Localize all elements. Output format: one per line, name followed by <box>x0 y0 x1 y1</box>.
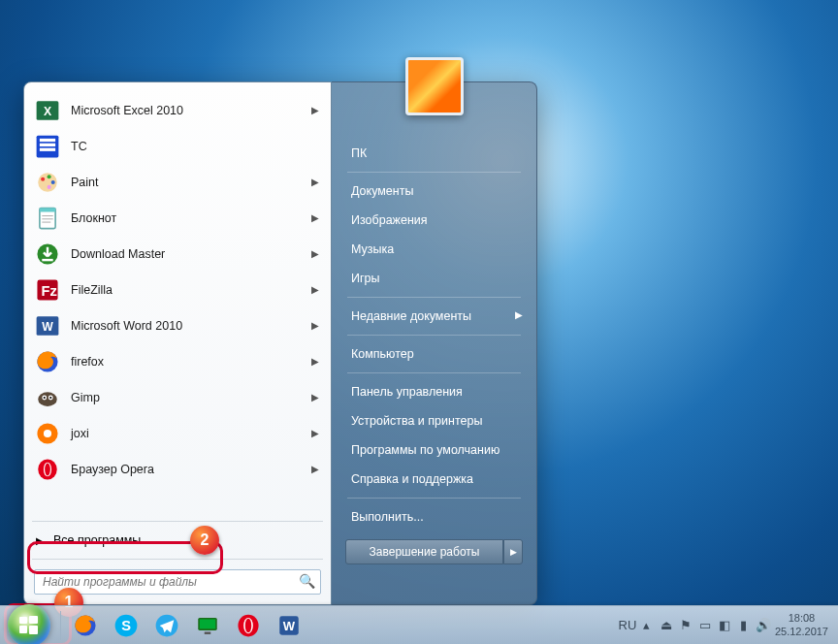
submenu-arrow-icon: ▶ <box>311 105 319 115</box>
shutdown-options-button[interactable]: ▶ <box>503 539 523 564</box>
tray-network-icon[interactable]: ▮ <box>736 618 752 633</box>
program-label: Download Master <box>71 247 165 261</box>
submenu-arrow-icon: ▶ <box>311 248 319 259</box>
taskbar-app-firefox[interactable] <box>66 606 105 645</box>
shutdown-button-group: Завершение работы ▶ <box>345 539 523 564</box>
svg-rect-3 <box>40 138 55 141</box>
program-label: Gimp <box>71 391 100 404</box>
separator <box>347 372 521 373</box>
start-menu-right-pane: ПКДокументыИзображенияМузыкаИгрыНедавние… <box>332 81 537 605</box>
submenu-arrow-icon: ▶ <box>515 309 523 320</box>
clock[interactable]: 18:08 25.12.2017 <box>775 612 828 637</box>
tray-chevron-icon[interactable]: ▴ <box>639 618 655 633</box>
svg-text:X: X <box>44 104 52 117</box>
start-menu-left-pane: XMicrosoft Excel 2010▶TCPaint▶Блокнот▶Do… <box>23 81 332 605</box>
taskbar-app-opera[interactable] <box>229 606 268 645</box>
program-item-word[interactable]: WMicrosoft Word 2010▶ <box>26 307 329 343</box>
program-label: Браузер Opera <box>71 463 154 476</box>
tc-icon <box>34 133 61 160</box>
taskbar-app-telegram[interactable] <box>147 606 186 645</box>
search-icon: 🔍 <box>299 573 315 589</box>
submenu-arrow-icon: ▶ <box>311 464 319 474</box>
excel-icon: X <box>34 97 61 124</box>
svg-point-7 <box>41 177 45 180</box>
notepad-icon <box>34 205 61 232</box>
tray-flag-icon[interactable]: ⚑ <box>678 618 693 633</box>
taskbar: S W RU ▴ ⏏ ⚑ ▭ ◧ ▮ 🔊 18:08 25.12.2017 <box>0 605 838 644</box>
right-panel-item[interactable]: Документы <box>334 177 534 206</box>
svg-point-46 <box>245 618 252 632</box>
separator <box>60 611 61 640</box>
program-item-joxi[interactable]: joxi▶ <box>26 415 329 451</box>
submenu-arrow-icon: ▶ <box>311 356 319 367</box>
opera-icon <box>34 456 61 483</box>
program-item-tc[interactable]: TC <box>26 128 329 164</box>
program-item-excel[interactable]: XMicrosoft Excel 2010▶ <box>26 92 329 128</box>
svg-point-32 <box>45 463 50 475</box>
start-menu: XMicrosoft Excel 2010▶TCPaint▶Блокнот▶Do… <box>23 81 537 605</box>
svg-point-8 <box>48 175 51 178</box>
tray-volume-icon[interactable]: 🔊 <box>756 618 771 633</box>
all-programs-button[interactable]: ▶ Все программы <box>26 526 329 555</box>
separator <box>347 335 521 336</box>
svg-rect-34 <box>29 616 38 624</box>
right-panel-item[interactable]: Устройства и принтеры <box>334 406 534 435</box>
svg-rect-43 <box>205 631 211 633</box>
taskbar-app-word[interactable]: W <box>270 606 308 645</box>
program-label: joxi <box>71 427 89 440</box>
submenu-arrow-icon: ▶ <box>311 428 319 438</box>
right-panel-item[interactable]: Выполнить... <box>334 502 534 531</box>
language-indicator[interactable]: RU <box>620 618 635 633</box>
program-item-dmaster[interactable]: Download Master▶ <box>26 236 329 272</box>
program-label: firefox <box>71 355 104 369</box>
program-item-gimp[interactable]: Gimp▶ <box>26 379 329 415</box>
svg-point-9 <box>51 179 55 183</box>
taskbar-app-skype[interactable]: S <box>107 606 145 645</box>
right-panel-item[interactable]: Изображения <box>334 206 534 235</box>
submenu-arrow-icon: ▶ <box>311 392 319 402</box>
shutdown-button[interactable]: Завершение работы <box>345 539 503 564</box>
program-label: Блокнот <box>71 211 116 225</box>
tray-app-icon[interactable]: ◧ <box>717 618 732 633</box>
svg-text:Fz: Fz <box>42 282 57 298</box>
right-panel-item[interactable]: Игры <box>334 264 534 293</box>
svg-rect-4 <box>40 143 55 145</box>
svg-rect-17 <box>42 258 52 260</box>
user-name-item[interactable]: ПК <box>334 139 534 168</box>
submenu-arrow-icon: ▶ <box>311 320 319 331</box>
triangle-right-icon: ▶ <box>36 535 44 546</box>
tray-display-icon[interactable]: ▭ <box>697 618 713 633</box>
dmaster-icon <box>34 241 61 268</box>
svg-rect-36 <box>29 626 38 634</box>
clock-time: 18:08 <box>775 612 828 625</box>
program-label: Microsoft Word 2010 <box>71 319 182 333</box>
svg-rect-35 <box>19 626 27 633</box>
gimp-icon <box>34 384 61 411</box>
program-item-opera[interactable]: Браузер Opera▶ <box>26 451 329 487</box>
svg-rect-12 <box>40 208 55 211</box>
right-panel-item[interactable]: Справка и поддержка <box>334 465 534 494</box>
submenu-arrow-icon: ▶ <box>311 284 319 295</box>
program-item-paint[interactable]: Paint▶ <box>26 164 329 200</box>
start-button[interactable] <box>8 604 50 645</box>
program-list: XMicrosoft Excel 2010▶TCPaint▶Блокнот▶Do… <box>26 92 329 517</box>
right-panel-item[interactable]: Недавние документы▶ <box>334 302 534 331</box>
tray-eject-icon[interactable]: ⏏ <box>659 618 674 633</box>
separator <box>347 297 521 298</box>
svg-rect-33 <box>19 617 27 624</box>
word-icon: W <box>34 312 61 339</box>
right-panel-item[interactable]: Панель управления <box>334 377 534 406</box>
svg-point-29 <box>44 429 51 436</box>
right-panel-item[interactable]: Компьютер <box>334 339 534 369</box>
all-programs-label: Все программы <box>53 533 141 547</box>
user-picture[interactable] <box>405 57 464 115</box>
program-item-filezilla[interactable]: FzFileZilla▶ <box>26 272 329 307</box>
divider <box>32 521 323 522</box>
divider <box>32 559 323 560</box>
svg-point-27 <box>49 396 51 398</box>
program-item-notepad[interactable]: Блокнот▶ <box>26 200 329 236</box>
right-panel-item[interactable]: Программы по умолчанию <box>334 435 534 465</box>
program-item-firefox[interactable]: firefox▶ <box>26 343 329 379</box>
right-panel-item[interactable]: Музыка <box>334 235 534 264</box>
taskbar-app-monitor[interactable] <box>188 606 227 645</box>
